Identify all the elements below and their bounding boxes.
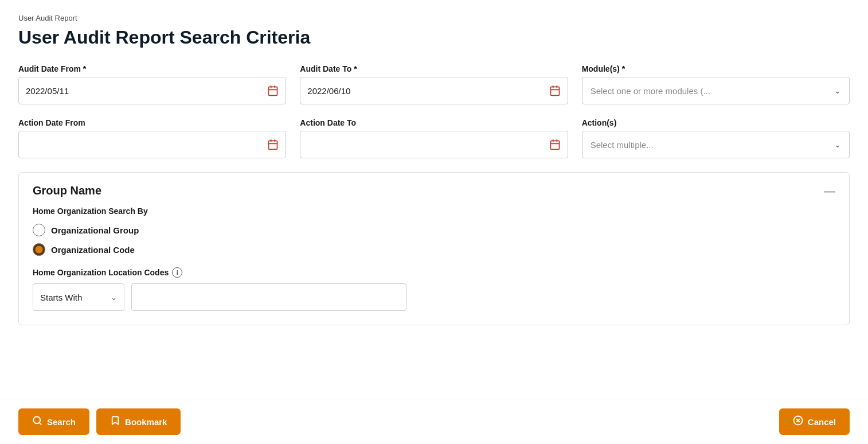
modules-dropdown[interactable]: Select one or more modules (... ⌄	[582, 77, 850, 104]
action-date-from-input-wrapper[interactable]	[18, 131, 286, 158]
bookmark-label: Bookmark	[125, 417, 167, 427]
page-wrapper: User Audit Report User Audit Report Sear…	[0, 0, 868, 396]
bookmark-button[interactable]: Bookmark	[96, 408, 181, 435]
starts-with-dropdown[interactable]: Starts With ⌄	[33, 283, 124, 311]
location-codes-row: Starts With ⌄	[33, 283, 835, 311]
radio-org-group-input[interactable]	[33, 224, 45, 236]
radio-org-code-input[interactable]	[33, 243, 45, 256]
actions-label: Action(s)	[582, 118, 850, 127]
row-audit-dates: Audit Date From 2022/05/11 Audit Date To…	[18, 64, 850, 104]
location-codes-text: Home Organization Location Codes	[33, 268, 169, 277]
action-date-to-label: Action Date To	[300, 118, 568, 127]
action-date-from-calendar-icon[interactable]	[267, 139, 279, 150]
footer-left: Search Bookmark	[18, 408, 181, 435]
action-date-to-input[interactable]	[307, 140, 549, 150]
action-date-to-calendar-icon[interactable]	[549, 139, 561, 150]
location-codes-label: Home Organization Location Codes i	[33, 267, 835, 278]
cancel-button[interactable]: Cancel	[779, 408, 850, 435]
svg-rect-12	[550, 141, 559, 149]
search-button[interactable]: Search	[18, 408, 89, 435]
info-icon[interactable]: i	[172, 267, 182, 278]
location-code-input[interactable]	[131, 283, 406, 311]
modules-chevron-icon: ⌄	[834, 86, 841, 95]
breadcrumb: User Audit Report	[18, 14, 850, 22]
actions-chevron-icon: ⌄	[834, 140, 841, 149]
search-label: Search	[47, 417, 76, 427]
search-icon	[32, 415, 42, 428]
modules-group: Module(s) Select one or more modules (..…	[582, 64, 850, 104]
bookmark-icon	[110, 415, 120, 428]
audit-date-from-group: Audit Date From 2022/05/11	[18, 64, 286, 104]
svg-rect-4	[550, 87, 559, 95]
audit-date-from-input-wrapper[interactable]: 2022/05/11	[18, 77, 286, 104]
audit-date-to-input-wrapper[interactable]: 2022/06/10	[300, 77, 568, 104]
modules-label: Module(s)	[582, 64, 850, 73]
row-action-dates: Action Date From Action Date To	[18, 118, 850, 158]
collapse-icon[interactable]: —	[824, 185, 835, 197]
action-date-from-input[interactable]	[26, 140, 267, 150]
action-date-to-input-wrapper[interactable]	[300, 131, 568, 158]
group-section: Group Name — Home Organization Search By…	[18, 172, 850, 325]
actions-group: Action(s) Select multiple... ⌄	[582, 118, 850, 158]
audit-date-to-input[interactable]: 2022/06/10	[307, 86, 549, 96]
audit-date-to-calendar-icon[interactable]	[549, 85, 561, 96]
radio-organizational-group[interactable]: Organizational Group	[33, 224, 835, 236]
audit-date-from-calendar-icon[interactable]	[267, 85, 279, 96]
radio-org-group-label: Organizational Group	[51, 225, 139, 235]
audit-date-from-input[interactable]: 2022/05/11	[26, 86, 267, 96]
audit-date-from-label: Audit Date From	[18, 64, 286, 73]
radio-org-code-label: Organizational Code	[51, 245, 135, 255]
actions-placeholder: Select multiple...	[591, 140, 654, 150]
cancel-label: Cancel	[808, 417, 836, 427]
starts-with-label: Starts With	[40, 293, 82, 302]
audit-date-to-group: Audit Date To 2022/06/10	[300, 64, 568, 104]
modules-placeholder: Select one or more modules (...	[591, 86, 710, 96]
page-title: User Audit Report Search Criteria	[18, 27, 850, 48]
svg-rect-0	[269, 87, 277, 95]
starts-with-chevron-icon: ⌄	[111, 293, 117, 302]
audit-date-to-label: Audit Date To	[300, 64, 568, 73]
svg-rect-8	[269, 141, 277, 149]
svg-line-17	[39, 422, 41, 424]
group-section-header: Group Name —	[33, 184, 835, 197]
group-name-title: Group Name	[33, 184, 101, 197]
actions-dropdown[interactable]: Select multiple... ⌄	[582, 131, 850, 158]
action-date-from-group: Action Date From	[18, 118, 286, 158]
footer-bar: Search Bookmark Cancel	[0, 399, 868, 444]
cancel-icon	[793, 415, 803, 428]
action-date-from-label: Action Date From	[18, 118, 286, 127]
search-by-label: Home Organization Search By	[33, 207, 835, 216]
radio-organizational-code[interactable]: Organizational Code	[33, 243, 835, 256]
radio-group: Organizational Group Organizational Code	[33, 224, 835, 256]
action-date-to-group: Action Date To	[300, 118, 568, 158]
